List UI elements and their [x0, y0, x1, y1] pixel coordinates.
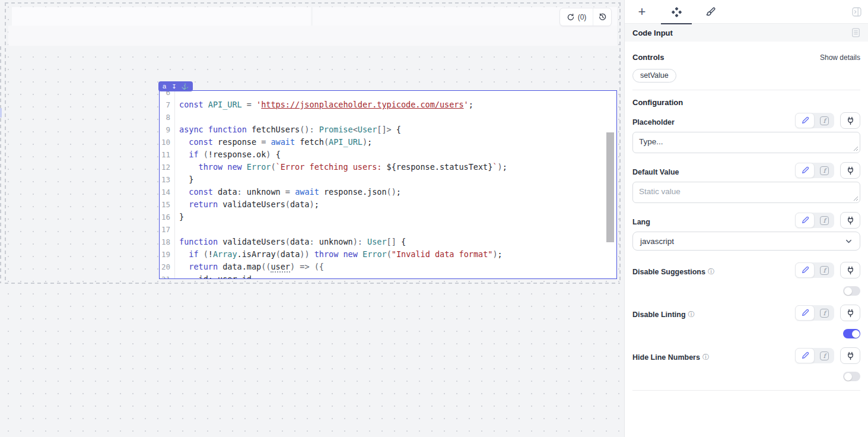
- widget-badge-label: a: [163, 81, 166, 91]
- code-line: 14 const data: unknown = await response.…: [160, 186, 616, 198]
- inspector-tabs: +: [625, 0, 868, 24]
- lang-label: Lang: [632, 218, 650, 229]
- field-lang: Langfjavascript: [632, 212, 860, 251]
- line-number: 11: [160, 148, 175, 161]
- line-number: 21: [160, 273, 175, 278]
- plus-icon: +: [638, 6, 646, 18]
- fx-button[interactable]: f: [815, 305, 834, 321]
- properties-tab[interactable]: [659, 0, 694, 24]
- fx-button[interactable]: f: [815, 113, 834, 128]
- default-value-mode-switch: f: [795, 163, 834, 178]
- app-canvas[interactable]: (0) a ↧⚓ 67const API_URL = 'https://json…: [0, 0, 624, 437]
- styles-tab[interactable]: [694, 0, 728, 24]
- hide-line-numbers-mode-switch: f: [795, 348, 834, 363]
- default-value-label: Default Value: [632, 168, 679, 179]
- line-number: 16: [160, 211, 175, 223]
- widget-title-bar: Code Input: [625, 24, 868, 42]
- field-disable-linting: Disable Lintingⓘf: [632, 305, 860, 338]
- controls-title: Controls: [632, 53, 664, 62]
- line-number: 14: [160, 186, 175, 198]
- widget-badge[interactable]: a ↧⚓: [158, 81, 193, 91]
- fx-button[interactable]: f: [815, 163, 834, 178]
- info-icon: ⓘ: [688, 310, 695, 319]
- plug-icon: [846, 352, 855, 360]
- resize-handle[interactable]: [853, 146, 859, 151]
- adjacent-widget-sliver: [0, 108, 2, 118]
- lang-select[interactable]: javascript: [632, 232, 860, 251]
- resize-handle[interactable]: [853, 196, 859, 201]
- bind-data-button[interactable]: [840, 305, 860, 321]
- disable-suggestions-mode-switch: f: [795, 262, 834, 278]
- placeholder-input[interactable]: Type...: [632, 132, 860, 153]
- edit-pencil-button[interactable]: [795, 213, 815, 228]
- field-hide-line-numbers: Hide Line Numbersⓘf: [632, 347, 860, 381]
- info-icon: ⓘ: [702, 353, 709, 362]
- bind-data-button[interactable]: [840, 112, 860, 129]
- code-line: 6: [160, 91, 616, 99]
- bind-data-button[interactable]: [840, 212, 860, 229]
- code-pane: 67const API_URL = 'https://jsonplacehold…: [160, 91, 616, 278]
- lang-selected-value: javascript: [640, 237, 674, 246]
- add-components-tab[interactable]: +: [625, 0, 659, 24]
- refresh-queries-button[interactable]: (0): [560, 8, 593, 26]
- editor-scrollbar[interactable]: [606, 132, 614, 242]
- page-container-border: [5, 283, 620, 284]
- canvas-query-toolbar: (0): [559, 8, 612, 26]
- disable-linting-label: Disable Lintingⓘ: [632, 310, 695, 321]
- collapse-panel-button[interactable]: [852, 7, 861, 17]
- bind-data-button[interactable]: [840, 347, 860, 364]
- edit-pencil-button[interactable]: [795, 262, 815, 278]
- code-line: 8: [160, 111, 616, 124]
- line-number: 17: [160, 223, 175, 236]
- info-icon: ⓘ: [708, 267, 714, 276]
- code-line: 17: [160, 223, 616, 236]
- page-container-border: [5, 2, 6, 283]
- disable-suggestions-toggle[interactable]: [843, 286, 860, 296]
- default-value-input[interactable]: Static value: [632, 182, 860, 203]
- fx-button[interactable]: f: [815, 348, 834, 363]
- anchor-icon[interactable]: ⚓: [182, 83, 189, 90]
- move-down-icon[interactable]: ↧: [171, 83, 176, 90]
- edit-pencil-button[interactable]: [795, 163, 815, 178]
- code-input-widget[interactable]: a ↧⚓ 67const API_URL = 'https://jsonplac…: [159, 90, 617, 279]
- plug-icon: [846, 216, 855, 225]
- plug-icon: [846, 266, 855, 275]
- configuration-title: Configuration: [632, 98, 860, 107]
- paintbrush-icon: [705, 7, 716, 17]
- disable-linting-toggle[interactable]: [843, 329, 860, 338]
- history-button[interactable]: [593, 8, 611, 26]
- query-count: (0): [578, 13, 587, 21]
- code-line: 20 return data.map((user) => ({: [160, 261, 616, 273]
- plug-icon: [846, 116, 855, 125]
- show-details-link[interactable]: Show details: [820, 53, 860, 62]
- code-editor[interactable]: 67const API_URL = 'https://jsonplacehold…: [160, 91, 616, 278]
- line-number: 10: [160, 136, 175, 148]
- hide-line-numbers-toggle[interactable]: [843, 372, 860, 381]
- edit-pencil-button[interactable]: [795, 305, 815, 321]
- setvalue-button[interactable]: setValue: [632, 69, 676, 83]
- plug-icon: [846, 166, 855, 175]
- edit-pencil-button[interactable]: [795, 348, 815, 363]
- document-icon[interactable]: [851, 28, 860, 37]
- line-number: 19: [160, 248, 175, 261]
- widget-badge-icons: ↧⚓: [171, 81, 189, 91]
- bind-data-button[interactable]: [840, 162, 860, 179]
- code-line: 11 if (!response.ok) {: [160, 148, 616, 161]
- line-number: 8: [160, 111, 175, 124]
- fx-icon: f: [820, 266, 829, 275]
- line-number: 18: [160, 236, 175, 248]
- placeholder-label: Placeholder: [632, 118, 675, 129]
- field-default-value: Default ValuefStatic value: [632, 162, 860, 203]
- lang-mode-switch: f: [795, 213, 834, 228]
- bind-data-button[interactable]: [840, 262, 860, 278]
- code-line: 16}: [160, 211, 616, 223]
- fx-icon: f: [820, 166, 829, 175]
- line-number: 20: [160, 261, 175, 273]
- placeholder-mode-switch: f: [795, 113, 834, 128]
- edit-pencil-button[interactable]: [795, 113, 815, 128]
- fx-button[interactable]: f: [815, 213, 834, 228]
- fx-icon: f: [820, 309, 829, 318]
- fx-button[interactable]: f: [815, 262, 834, 278]
- chevron-down-icon: [845, 238, 853, 245]
- controls-section: Controls Show details setValue: [625, 42, 868, 90]
